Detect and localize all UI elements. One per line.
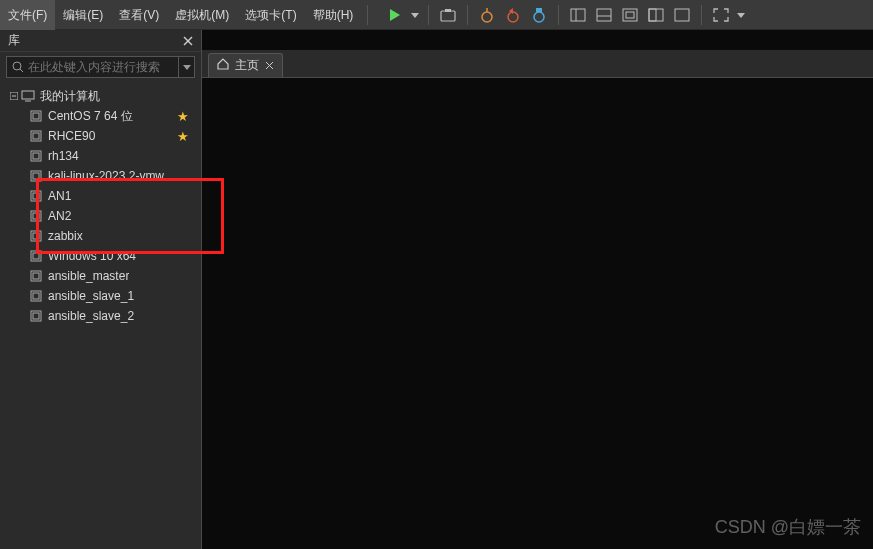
computer-icon: [20, 90, 36, 102]
svg-rect-3: [445, 9, 451, 12]
svg-rect-35: [33, 173, 39, 179]
menu-vm[interactable]: 虚拟机(M): [167, 0, 237, 30]
menubar: 文件(F) 编辑(E) 查看(V) 虚拟机(M) 选项卡(T) 帮助(H): [0, 0, 873, 30]
play-dropdown[interactable]: [408, 2, 422, 28]
svg-rect-2: [441, 11, 455, 21]
tree-item[interactable]: zabbix: [0, 226, 201, 246]
tree-item-label: ansible_slave_2: [48, 309, 134, 323]
separator: [367, 5, 368, 25]
menu-file[interactable]: 文件(F): [0, 0, 55, 30]
vm-icon: [28, 130, 44, 142]
snapshot-manage-icon[interactable]: [526, 2, 552, 28]
svg-marker-0: [390, 9, 400, 21]
search-input[interactable]: [28, 60, 178, 74]
separator: [428, 5, 429, 25]
svg-rect-43: [33, 253, 39, 259]
tree-item-label: Windows 10 x64: [48, 249, 136, 263]
tree-item[interactable]: RHCE90★: [0, 126, 201, 146]
fullscreen-icon[interactable]: [708, 2, 734, 28]
tree-item[interactable]: ansible_slave_2: [0, 306, 201, 326]
tree-root-label: 我的计算机: [40, 88, 100, 105]
snapshot-icon[interactable]: [435, 2, 461, 28]
tree-item[interactable]: AN1: [0, 186, 201, 206]
home-icon: [217, 58, 229, 73]
search-dropdown-icon[interactable]: [178, 57, 194, 77]
tree-item-label: rh134: [48, 149, 79, 163]
svg-rect-26: [22, 91, 34, 99]
layout-3-icon[interactable]: [617, 2, 643, 28]
svg-rect-17: [675, 9, 689, 21]
menu-view[interactable]: 查看(V): [111, 0, 167, 30]
separator: [701, 5, 702, 25]
svg-rect-47: [33, 293, 39, 299]
tree-item-label: ansible_slave_1: [48, 289, 134, 303]
layout-4-icon[interactable]: [643, 2, 669, 28]
collapse-icon[interactable]: [8, 92, 20, 100]
search-row: [6, 56, 195, 78]
svg-rect-41: [33, 233, 39, 239]
vm-icon: [28, 150, 44, 162]
snapshot-take-icon[interactable]: [474, 2, 500, 28]
menu-help[interactable]: 帮助(H): [305, 0, 362, 30]
tree-item[interactable]: CentOS 7 64 位★: [0, 106, 201, 126]
star-icon: ★: [177, 129, 189, 144]
svg-rect-11: [597, 9, 611, 21]
close-icon[interactable]: [265, 61, 274, 70]
tree-item[interactable]: rh134: [0, 146, 201, 166]
watermark: CSDN @白嫖一茶: [715, 515, 861, 539]
svg-rect-33: [33, 153, 39, 159]
svg-rect-9: [571, 9, 585, 21]
search-icon: [7, 61, 28, 73]
svg-rect-8: [536, 8, 542, 12]
svg-rect-29: [33, 113, 39, 119]
snapshot-revert-icon[interactable]: [500, 2, 526, 28]
tree-item-label: kali-linux-2023.2-vmw: [48, 169, 164, 183]
svg-rect-14: [626, 12, 634, 18]
layout-5-icon[interactable]: [669, 2, 695, 28]
tree-item[interactable]: AN2: [0, 206, 201, 226]
vm-icon: [28, 190, 44, 202]
play-button[interactable]: [382, 2, 408, 28]
menu-edit[interactable]: 编辑(E): [55, 0, 111, 30]
tree-item-label: AN1: [48, 189, 71, 203]
layout-1-icon[interactable]: [565, 2, 591, 28]
vm-icon: [28, 270, 44, 282]
tab-home[interactable]: 主页: [208, 53, 283, 77]
vm-icon: [28, 290, 44, 302]
fullscreen-dropdown[interactable]: [734, 2, 748, 28]
layout-2-icon[interactable]: [591, 2, 617, 28]
close-icon[interactable]: [181, 34, 195, 48]
tree-item[interactable]: ansible_master: [0, 266, 201, 286]
vm-icon: [28, 210, 44, 222]
tree-item-label: zabbix: [48, 229, 83, 243]
tabbar: 主页: [202, 50, 873, 78]
svg-rect-37: [33, 193, 39, 199]
tree-root-my-computer[interactable]: 我的计算机: [0, 86, 201, 106]
star-icon: ★: [177, 109, 189, 124]
svg-point-4: [482, 12, 492, 22]
svg-rect-31: [33, 133, 39, 139]
svg-line-22: [20, 69, 23, 72]
vm-icon: [28, 170, 44, 182]
vm-icon: [28, 250, 44, 262]
svg-marker-23: [183, 65, 191, 70]
content-area: [202, 78, 873, 549]
main-area: 主页: [202, 30, 873, 549]
separator: [558, 5, 559, 25]
svg-marker-1: [411, 13, 419, 18]
tree-item-label: RHCE90: [48, 129, 95, 143]
tree-item[interactable]: kali-linux-2023.2-vmw: [0, 166, 201, 186]
svg-point-7: [534, 12, 544, 22]
tree-item[interactable]: ansible_slave_1: [0, 286, 201, 306]
svg-rect-45: [33, 273, 39, 279]
menu-tabs[interactable]: 选项卡(T): [237, 0, 304, 30]
tab-home-label: 主页: [235, 57, 259, 74]
vm-icon: [28, 230, 44, 242]
sidebar-title: 库: [8, 32, 20, 49]
tree-item-label: ansible_master: [48, 269, 129, 283]
vm-tree: 我的计算机 CentOS 7 64 位★ RHCE90★ rh134 kali-…: [0, 82, 201, 330]
svg-rect-39: [33, 213, 39, 219]
svg-rect-13: [623, 9, 637, 21]
tree-item[interactable]: Windows 10 x64: [0, 246, 201, 266]
vm-icon: [28, 310, 44, 322]
